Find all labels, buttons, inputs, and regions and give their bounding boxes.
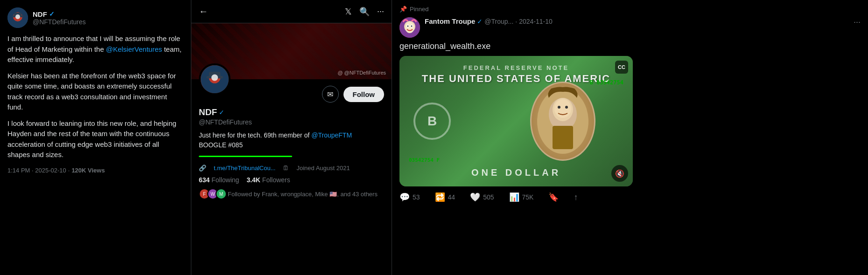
back-button[interactable]: ←	[199, 6, 208, 17]
middle-header: ← 𝕏 🔍 ···	[191, 0, 392, 23]
retweet-icon: 🔁	[435, 192, 445, 202]
search-icon[interactable]: 🔍	[359, 7, 370, 17]
follower-avatar-3: M	[216, 188, 227, 199]
verified-badge: ✓	[49, 10, 55, 18]
svg-point-12	[405, 22, 414, 33]
more-button[interactable]: ···	[854, 17, 861, 27]
right-user-info: Fantom Troupe ✓ @Troup... · 2024-11-10	[425, 17, 849, 25]
left-panel: NDF ✓ @NFTDefiFutures I am thrilled to a…	[0, 0, 191, 275]
followed-by: F W M Followed by Frank, wrongplace, Mik…	[199, 188, 384, 199]
dollar-federal-text: FEDERAL RESERVE NOTE	[399, 64, 633, 71]
timestamp: 1:14 PM · 2025-02-10	[7, 167, 66, 174]
comment-icon: 💬	[399, 192, 410, 202]
like-action[interactable]: 🤍 505	[470, 192, 494, 202]
cc-badge: CC	[615, 61, 628, 74]
profile-name-row: NDF ✓	[199, 107, 384, 117]
calendar-icon: 🗓	[283, 165, 289, 172]
tweet-date: 2024-11-10	[519, 18, 553, 25]
follower-avatar-group: F W M	[199, 188, 224, 199]
fantom-avatar	[399, 17, 420, 38]
views-count: 75K	[522, 193, 534, 201]
right-handle: @Troup...	[484, 18, 513, 25]
svg-point-22	[558, 106, 560, 109]
mail-icon: ✉	[327, 90, 333, 99]
dollar-bottom: ONE DOLLAR	[399, 167, 633, 178]
bookmark-action[interactable]: 🔖	[548, 192, 559, 202]
profile-avatar	[199, 63, 231, 95]
avatar	[7, 7, 28, 28]
share-icon: ↑	[574, 192, 578, 202]
right-name-row: Fantom Troupe ✓ @Troup... · 2024-11-10	[425, 17, 849, 25]
followers-count[interactable]: 3.4K	[246, 176, 260, 184]
link-icon: 🔗	[199, 165, 206, 172]
dollar-serial-bottom: 03542754 F	[409, 157, 440, 163]
tweet-header: NDF ✓ @NFTDefiFutures	[7, 7, 183, 28]
tweet-meta: 1:14 PM · 2025-02-10 · 120K Views	[7, 167, 183, 174]
pin-icon: 📌	[399, 6, 407, 13]
followed-by-text: Followed by Frank, wrongplace, Mike 🇺🇸, …	[228, 191, 378, 198]
like-icon: 🤍	[470, 192, 480, 202]
tweet-para-2: Kelsier has been at the forefront of the…	[7, 71, 183, 113]
profile-bio: Just here for the tech. 69th member of @…	[199, 131, 384, 160]
svg-point-23	[565, 106, 568, 109]
tweet-actions: 💬 53 🔁 44 🤍 505 📊 75K 🔖 ↑	[399, 192, 861, 202]
like-count: 505	[483, 193, 494, 201]
views-icon: 📊	[509, 192, 519, 202]
svg-point-16	[411, 26, 413, 27]
more-icon[interactable]: ···	[377, 7, 384, 16]
share-action[interactable]: ↑	[574, 192, 578, 202]
header-icons: 𝕏 🔍 ···	[345, 7, 384, 17]
follow-button[interactable]: Follow	[343, 87, 385, 102]
dollar-bill-image: FEDERAL RESERVE NOTE THE UNITED STATES O…	[399, 56, 633, 186]
views-count: 120K Views	[71, 167, 105, 174]
dollar-portrait	[530, 82, 595, 161]
retweet-action[interactable]: 🔁 44	[435, 192, 455, 202]
user-info: NDF ✓ @NFTDefiFutures	[33, 10, 86, 26]
dollar-b-circle: B	[413, 103, 451, 140]
comment-action[interactable]: 💬 53	[399, 192, 420, 202]
tweet-para-3: I look forward to leaning into this new …	[7, 118, 183, 160]
comment-count: 53	[413, 193, 420, 201]
profile-stats: 634 Following 3.4K Followers	[199, 176, 384, 184]
svg-point-9	[211, 74, 218, 81]
middle-panel: ← 𝕏 🔍 ··· @ @NFTDefiFutures ✉ Fo	[191, 0, 392, 275]
profile-link[interactable]: t.me/TheTribunalCou...	[214, 165, 275, 172]
right-panel: 📌 Pinned Fantom Troupe ✓ @Troup...	[392, 0, 868, 275]
following-count[interactable]: 634	[199, 176, 210, 184]
mention[interactable]: @KelsierVentures	[106, 45, 162, 53]
pinned-label: 📌 Pinned	[399, 6, 861, 13]
profile-section: ✉ Follow NDF ✓ @NFTDefiFutures Just here…	[191, 63, 392, 199]
highlight-bar	[199, 156, 292, 157]
right-username: Fantom Troupe	[425, 17, 475, 25]
retweet-count: 44	[448, 193, 455, 201]
tweet-text: generational_wealth.exe	[399, 41, 861, 51]
bio-mention[interactable]: @TroupeFTM	[311, 131, 352, 139]
svg-point-15	[407, 26, 409, 27]
profile-links: 🔗 t.me/TheTribunalCou... 🗓 Joined August…	[199, 165, 384, 172]
tweet-body: I am thrilled to announce that I will be…	[7, 34, 183, 160]
profile-name: NDF	[199, 107, 217, 117]
bookmark-icon: 🔖	[548, 192, 559, 202]
verified-icon: ✓	[219, 109, 224, 116]
dollar-bill: FEDERAL RESERVE NOTE THE UNITED STATES O…	[399, 56, 633, 186]
dollar-serial: B 03542754	[590, 79, 623, 86]
right-tweet-header: Fantom Troupe ✓ @Troup... · 2024-11-10 ·…	[399, 17, 861, 38]
tweet-para-1: I am thrilled to announce that I will be…	[7, 34, 183, 65]
profile-handle: @NFTDefiFutures	[199, 118, 384, 126]
message-button[interactable]: ✉	[322, 86, 339, 103]
dot-separator: ·	[515, 18, 517, 25]
username: NDF ✓	[33, 10, 86, 18]
svg-rect-20	[553, 126, 573, 149]
x-icon[interactable]: 𝕏	[345, 7, 352, 17]
views-action[interactable]: 📊 75K	[509, 192, 534, 202]
right-verified: ✓	[477, 18, 483, 25]
mute-button[interactable]: 🔇	[611, 165, 628, 182]
user-handle: @NFTDefiFutures	[33, 18, 86, 26]
svg-point-4	[15, 14, 20, 19]
